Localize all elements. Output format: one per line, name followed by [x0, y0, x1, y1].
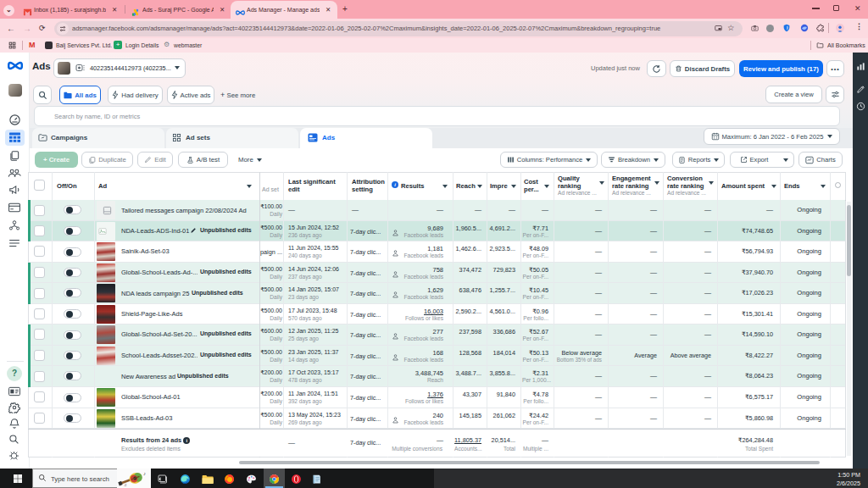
svg-text:♫: ♫: [124, 482, 127, 487]
svg-text:♪: ♪: [143, 471, 146, 476]
